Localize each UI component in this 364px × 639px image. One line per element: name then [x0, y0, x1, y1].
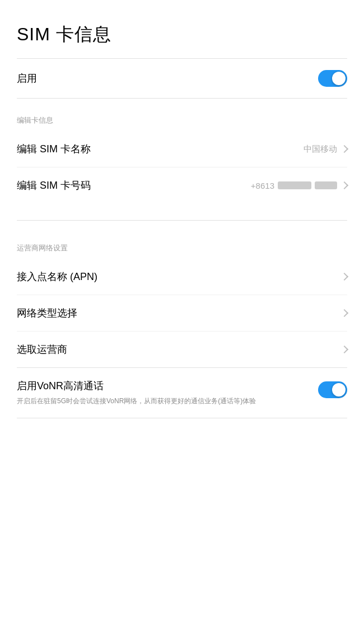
vonr-section: 启用VoNR高清通话 开启后在驻留5G时会尝试连接VoNR网络，从而获得更好的通…: [0, 368, 364, 418]
network-type-label: 网络类型选择: [17, 306, 77, 320]
vonr-toggle[interactable]: [318, 381, 347, 398]
phone-blur-2: [315, 181, 337, 189]
edit-sim-number-right: +8613: [251, 181, 347, 190]
divider-before-carrier: [17, 220, 347, 221]
select-carrier-row[interactable]: 选取运营商: [0, 332, 364, 367]
apn-label: 接入点名称 (APN): [17, 270, 97, 283]
select-carrier-right: [342, 347, 347, 352]
edit-section-label: 编辑卡信息: [0, 115, 364, 131]
edit-sim-name-right: 中国移动: [304, 144, 347, 155]
select-carrier-label: 选取运营商: [17, 343, 67, 356]
apn-row[interactable]: 接入点名称 (APN): [0, 259, 364, 295]
divider-after-enable: [17, 98, 347, 99]
edit-sim-number-label: 编辑 SIM 卡号码: [17, 179, 91, 192]
chevron-icon-2: [340, 181, 348, 189]
enable-toggle[interactable]: [318, 70, 347, 87]
apn-right: [342, 274, 347, 279]
chevron-icon-network: [340, 309, 348, 317]
page-title: SIM 卡信息: [0, 0, 364, 58]
divider-bottom: [17, 418, 347, 418]
vonr-toggle-knob: [332, 383, 346, 397]
vonr-text: 启用VoNR高清通话 开启后在驻留5G时会尝试连接VoNR网络，从而获得更好的通…: [17, 379, 307, 407]
vonr-title: 启用VoNR高清通话: [17, 379, 307, 393]
network-type-row[interactable]: 网络类型选择: [0, 295, 364, 331]
toggle-knob: [332, 72, 346, 85]
phone-prefix: +8613: [251, 181, 274, 190]
edit-sim-name-value: 中国移动: [304, 144, 337, 155]
edit-section: 编辑卡信息 编辑 SIM 卡名称 中国移动 编辑 SIM 卡号码 +8613: [0, 115, 364, 203]
edit-sim-number-row[interactable]: 编辑 SIM 卡号码 +8613: [0, 167, 364, 203]
network-type-right: [342, 310, 347, 316]
enable-label: 启用: [17, 72, 37, 85]
phone-blur-1: [278, 181, 311, 189]
vonr-row[interactable]: 启用VoNR高清通话 开启后在驻留5G时会尝试连接VoNR网络，从而获得更好的通…: [0, 368, 364, 418]
carrier-section-label: 运营商网络设置: [0, 243, 364, 259]
vonr-description: 开启后在驻留5G时会尝试连接VoNR网络，从而获得更好的通信业务(通话等)体验: [17, 396, 307, 407]
chevron-icon: [340, 145, 348, 153]
carrier-section: 运营商网络设置 接入点名称 (APN) 网络类型选择 选取运营商: [0, 237, 364, 367]
edit-sim-name-row[interactable]: 编辑 SIM 卡名称 中国移动: [0, 131, 364, 167]
chevron-icon-apn: [340, 273, 348, 281]
enable-toggle-row[interactable]: 启用: [0, 59, 364, 98]
chevron-icon-carrier: [340, 346, 348, 353]
edit-sim-name-label: 编辑 SIM 卡名称: [17, 142, 91, 156]
edit-sim-number-value: +8613: [251, 181, 337, 190]
